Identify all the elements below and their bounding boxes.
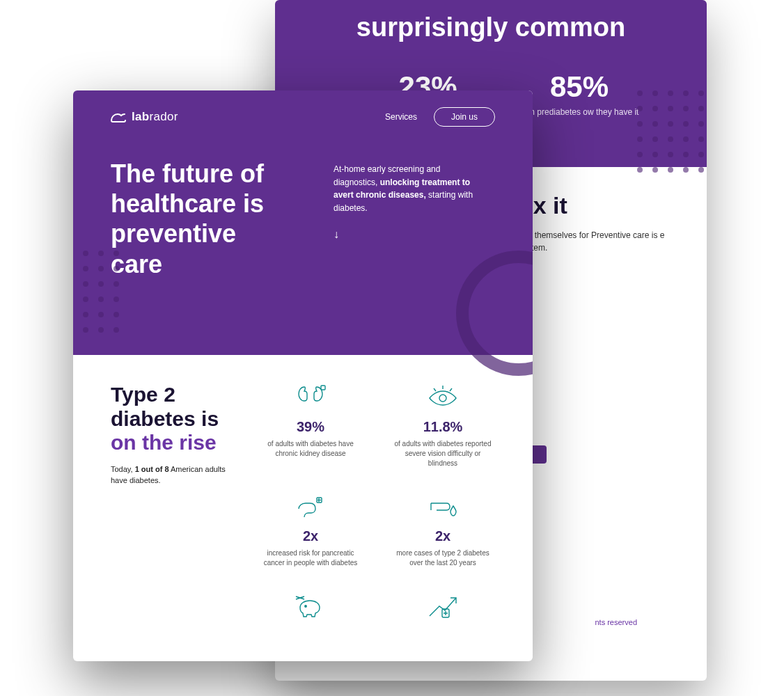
scroll-down-arrow-icon[interactable]: ↓ [334, 228, 480, 241]
section2-heading-block: Type 2 diabetes is on the rise Today, 1 … [111, 383, 237, 628]
stat-cancer-desc: increased risk for pancreatic cancer in … [262, 548, 359, 568]
stat-kidney-desc: of adults with diabetes have chronic kid… [262, 439, 359, 459]
front-body: Type 2 diabetes is on the rise Today, 1 … [73, 355, 533, 656]
stat-cases-desc: more cases of type 2 diabetes over the l… [394, 548, 492, 568]
back-mid-title: fix it [519, 192, 679, 219]
nav-services-link[interactable]: Services [385, 112, 417, 122]
stat-piggy-partial [258, 592, 363, 628]
svg-line-3 [434, 388, 436, 391]
hero-title: The future of healthcare is preventive c… [111, 159, 292, 279]
back-hero-title: surprisingly common [296, 13, 686, 42]
stat-kidney-value: 39% [258, 419, 363, 435]
back-stat-2-value: 85% [520, 70, 639, 104]
svg-rect-0 [321, 386, 325, 390]
kidney-icon [258, 383, 363, 413]
stat-vision-desc: of adults with diabetes reported severe … [394, 439, 492, 468]
front-hero: labrador Services Join us The future of … [73, 90, 533, 355]
stat-vision-value: 11.8% [391, 419, 495, 435]
stat-arrow-partial [391, 592, 495, 628]
back-footer-text: nts reserved [595, 618, 637, 626]
svg-line-4 [450, 388, 452, 391]
brand-name: labrador [132, 110, 178, 124]
stat-vision: 11.8% of adults with diabetes reported s… [391, 383, 495, 468]
back-mid-copy: test themselves for Preventive care is e… [519, 229, 665, 254]
decorative-ring-icon [456, 251, 533, 376]
stat-cancer: 2x increased risk for pancreatic cancer … [258, 492, 363, 568]
eye-icon [391, 383, 495, 413]
nav-right: Services Join us [385, 107, 495, 127]
brand-logo[interactable]: labrador [111, 110, 178, 124]
back-stat-2-desc: with prediabetes ow they have it [520, 106, 639, 118]
front-card: labrador Services Join us The future of … [73, 90, 533, 661]
pancreas-icon [258, 492, 363, 523]
stat-cases: 2x more cases of type 2 diabetes over th… [391, 492, 495, 568]
section2-subtext: Today, 1 out of 8 American adults have d… [111, 464, 237, 487]
brand-mark-icon [111, 111, 126, 122]
svg-point-8 [305, 606, 306, 607]
back-stat-2: 85% with prediabetes ow they have it [520, 70, 639, 118]
decorative-dots-left [73, 251, 134, 348]
svg-point-1 [439, 395, 446, 402]
top-nav: labrador Services Join us [111, 107, 495, 127]
stat-kidney: 39% of adults with diabetes have chronic… [258, 383, 363, 468]
hero-row: The future of healthcare is preventive c… [111, 159, 495, 279]
join-us-button[interactable]: Join us [434, 107, 495, 127]
section2-title: Type 2 diabetes is on the rise [111, 383, 237, 455]
stat-cases-value: 2x [391, 528, 495, 544]
growth-arrow-pill-icon [391, 592, 495, 622]
hero-copy: At-home early screening and diagnostics,… [334, 163, 480, 214]
stat-cancer-value: 2x [258, 528, 363, 544]
piggy-bank-icon [258, 592, 363, 622]
blood-drop-hand-icon [391, 492, 495, 523]
stat-grid: 39% of adults with diabetes have chronic… [258, 383, 495, 628]
